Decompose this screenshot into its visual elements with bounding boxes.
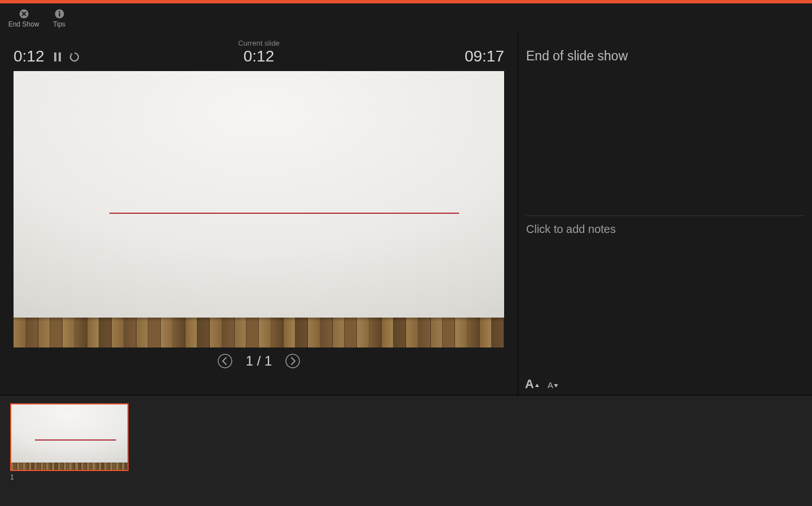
thumb-floor-graphic [11, 463, 127, 470]
slide-floor-graphic [14, 318, 504, 347]
slide-nav-row: 1 / 1 [14, 353, 504, 369]
reset-timer-button[interactable] [69, 52, 80, 62]
svg-point-7 [286, 354, 299, 368]
svg-rect-3 [59, 13, 60, 16]
previous-slide-button[interactable] [218, 354, 232, 368]
next-slide-area: End of slide show [518, 49, 812, 215]
decrease-font-button[interactable]: A [548, 380, 558, 390]
tips-button[interactable]: Tips [47, 6, 71, 31]
svg-rect-5 [59, 52, 61, 61]
thumbnail-strip: 1 [0, 395, 812, 506]
timer-row: 0:12 Current slide 0:12 09:17 [14, 37, 504, 64]
end-show-button[interactable]: End Show [0, 6, 47, 31]
notes-area[interactable]: Click to add notes A A [518, 216, 812, 395]
info-circle-icon [55, 9, 64, 19]
notes-font-controls: A A [525, 377, 558, 391]
pause-timer-button[interactable] [52, 52, 63, 62]
toolbar: End Show Tips [0, 3, 812, 32]
svg-rect-4 [54, 52, 56, 61]
close-circle-icon [19, 9, 29, 19]
thumb-slide-line [35, 439, 116, 441]
main-area: 0:12 Current slide 0:12 09:17 [0, 32, 812, 395]
elapsed-timer: 0:12 [14, 49, 45, 64]
slide-counter: 1 / 1 [246, 353, 272, 369]
svg-point-2 [59, 11, 60, 13]
current-slide-timer: Current slide 0:12 [238, 39, 280, 64]
slide-content-line [109, 213, 459, 214]
svg-point-6 [218, 354, 232, 368]
timer-controls [52, 52, 80, 64]
slide-thumbnail[interactable] [10, 403, 129, 471]
current-slide-timer-label: Current slide [238, 39, 280, 47]
current-slide-preview[interactable] [14, 71, 504, 347]
presenter-right-column: End of slide show Click to add notes A A [518, 32, 812, 395]
notes-placeholder: Click to add notes [526, 223, 804, 236]
increase-font-button[interactable]: A [525, 377, 540, 391]
next-slide-button[interactable] [285, 354, 300, 368]
end-show-label: End Show [8, 20, 39, 28]
thumbnail-index: 1 [10, 473, 812, 481]
clock-time: 09:17 [465, 49, 504, 64]
next-slide-title: End of slide show [526, 49, 804, 64]
presenter-current-column: 0:12 Current slide 0:12 09:17 [0, 32, 518, 395]
current-slide-timer-value: 0:12 [238, 49, 280, 64]
tips-label: Tips [53, 20, 65, 28]
